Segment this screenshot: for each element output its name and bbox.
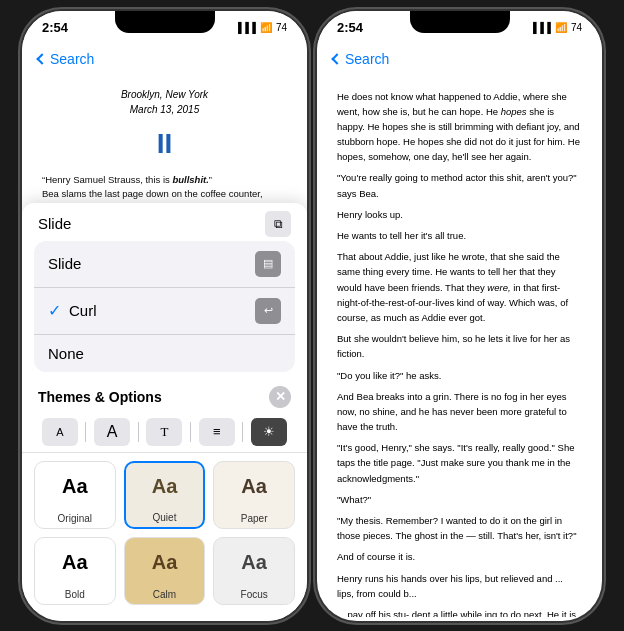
theme-bold-preview: Aa bbox=[35, 538, 115, 587]
none-label: None bbox=[48, 345, 84, 362]
signal-icon: ▐▐▐ bbox=[235, 22, 256, 33]
left-time: 2:54 bbox=[42, 20, 68, 35]
theme-paper[interactable]: Aa Paper bbox=[213, 461, 295, 529]
right-back-button[interactable]: Search bbox=[333, 51, 389, 67]
theme-quiet[interactable]: Aa Quiet bbox=[124, 461, 206, 529]
slide-option-slide[interactable]: Slide ▤ bbox=[34, 241, 295, 288]
left-chevron-icon bbox=[36, 53, 47, 64]
right-status-bar: 2:54 ▐▐▐ 📶 74 bbox=[317, 11, 602, 41]
left-nav-bar: Search bbox=[22, 41, 307, 77]
theme-calm-name: Calm bbox=[125, 587, 205, 604]
brightness-btn[interactable]: ☀ bbox=[251, 418, 287, 446]
curl-box-icon: ↩ bbox=[255, 298, 281, 324]
right-chevron-icon bbox=[331, 53, 342, 64]
right-time: 2:54 bbox=[337, 20, 363, 35]
font-small-btn[interactable]: A bbox=[42, 418, 78, 446]
themes-label: Themes & Options bbox=[38, 389, 162, 405]
theme-calm-preview: Aa bbox=[125, 538, 205, 587]
wifi-icon: 📶 bbox=[260, 22, 272, 33]
theme-focus[interactable]: Aa Focus bbox=[213, 537, 295, 605]
theme-focus-name: Focus bbox=[214, 587, 294, 604]
right-status-icons: ▐▐▐ 📶 74 bbox=[530, 22, 582, 33]
slide-option-curl[interactable]: ✓ Curl ↩ bbox=[34, 288, 295, 335]
slide-panel: Slide ▤ ✓ Curl ↩ None bbox=[34, 241, 295, 372]
theme-original-name: Original bbox=[35, 511, 115, 528]
left-phone: 2:54 ▐▐▐ 📶 74 Search Brooklyn, New YorkM… bbox=[22, 11, 307, 621]
font-style-btn[interactable]: T bbox=[146, 418, 182, 446]
theme-paper-name: Paper bbox=[214, 511, 294, 528]
phones-container: 2:54 ▐▐▐ 📶 74 Search Brooklyn, New YorkM… bbox=[22, 11, 602, 621]
curl-label: Curl bbox=[69, 302, 97, 319]
font-separator bbox=[85, 422, 86, 442]
theme-quiet-preview: Aa bbox=[126, 463, 204, 510]
transition-panel: Slide ⧉ Slide ▤ ✓ Curl bbox=[22, 203, 307, 621]
right-battery-label: 74 bbox=[571, 22, 582, 33]
right-signal-icon: ▐▐▐ bbox=[530, 22, 551, 33]
slide-title: Slide bbox=[38, 215, 71, 232]
right-wifi-icon: 📶 bbox=[555, 22, 567, 33]
theme-calm[interactable]: Aa Calm bbox=[124, 537, 206, 605]
slide-icon: ⧉ bbox=[265, 211, 291, 237]
theme-original[interactable]: Aa Original bbox=[34, 461, 116, 529]
left-back-label: Search bbox=[50, 51, 94, 67]
theme-bold-name: Bold bbox=[35, 587, 115, 604]
right-phone: 2:54 ▐▐▐ 📶 74 Search He does not know wh… bbox=[317, 11, 602, 621]
right-back-label: Search bbox=[345, 51, 389, 67]
font-separator-2 bbox=[138, 422, 139, 442]
right-notch bbox=[410, 11, 510, 33]
left-status-bar: 2:54 ▐▐▐ 📶 74 bbox=[22, 11, 307, 41]
book-location: Brooklyn, New YorkMarch 13, 2015 bbox=[42, 87, 287, 117]
right-book-content: He does not know what happened to Addie,… bbox=[317, 77, 602, 617]
close-button[interactable]: ✕ bbox=[269, 386, 291, 408]
font-align-btn[interactable]: ≡ bbox=[199, 418, 235, 446]
slide-header: Slide ⧉ bbox=[22, 203, 307, 241]
font-large-btn[interactable]: A bbox=[94, 418, 130, 446]
curl-checkmark: ✓ bbox=[48, 301, 61, 320]
notch bbox=[115, 11, 215, 33]
left-status-icons: ▐▐▐ 📶 74 bbox=[235, 22, 287, 33]
theme-grid: Aa Original Aa Quiet Aa Paper Aa Bold bbox=[22, 453, 307, 621]
font-controls: A A T ≡ ☀ bbox=[22, 412, 307, 453]
right-nav-bar: Search bbox=[317, 41, 602, 77]
left-back-button[interactable]: Search bbox=[38, 51, 94, 67]
book-chapter: II bbox=[42, 123, 287, 165]
slide-box-icon: ▤ bbox=[255, 251, 281, 277]
battery-label: 74 bbox=[276, 22, 287, 33]
theme-bold[interactable]: Aa Bold bbox=[34, 537, 116, 605]
font-separator-4 bbox=[242, 422, 243, 442]
slide-option-none[interactable]: None bbox=[34, 335, 295, 372]
font-separator-3 bbox=[190, 422, 191, 442]
theme-quiet-name: Quiet bbox=[126, 510, 204, 527]
theme-original-preview: Aa bbox=[35, 462, 115, 511]
slide-label: Slide bbox=[48, 255, 81, 272]
theme-paper-preview: Aa bbox=[214, 462, 294, 511]
theme-focus-preview: Aa bbox=[214, 538, 294, 587]
overlay-panel: Slide ⧉ Slide ▤ ✓ Curl bbox=[22, 203, 307, 621]
themes-row: Themes & Options ✕ bbox=[22, 378, 307, 412]
